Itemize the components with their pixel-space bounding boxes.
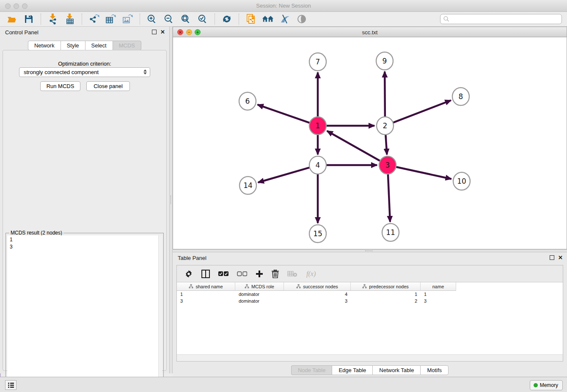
network-window-title: scc.txt — [173, 29, 567, 36]
svg-text:7: 7 — [316, 58, 320, 66]
svg-text:14: 14 — [243, 181, 253, 190]
column-header-predecessor-nodes[interactable]: predecessor nodes — [351, 282, 421, 291]
first-neighbors-icon[interactable] — [262, 13, 274, 25]
column-header-shared-name[interactable]: shared name — [177, 282, 235, 291]
control-panel: Control Panel ✕ NetworkStyleSelectMCDS O… — [0, 27, 169, 373]
graph-node-1[interactable]: 1 — [309, 117, 326, 135]
criterion-dropdown[interactable]: strongly connected component — [19, 67, 150, 77]
search-input[interactable] — [440, 14, 562, 24]
columns-icon[interactable] — [201, 270, 210, 278]
save-icon[interactable] — [23, 13, 35, 25]
control-panel-title: Control Panel — [5, 29, 39, 36]
edge-4-14[interactable] — [258, 167, 310, 182]
graph-node-6[interactable]: 6 — [239, 92, 256, 110]
edge-3-1[interactable] — [327, 131, 381, 161]
zoom-selected-icon[interactable] — [197, 13, 209, 25]
graph-node-10[interactable]: 10 — [453, 172, 470, 190]
zoom-out-icon[interactable] — [163, 13, 175, 25]
graph-node-11[interactable]: 11 — [382, 224, 399, 241]
import-network-icon[interactable] — [47, 13, 59, 25]
export-table-icon[interactable] — [105, 13, 117, 25]
tab-select[interactable]: Select — [85, 41, 113, 50]
unselect-all-icon[interactable] — [237, 271, 247, 276]
node-table[interactable]: shared nameMCDS rolesuccessor nodesprede… — [177, 282, 563, 354]
tab-node-table[interactable]: Node Table — [291, 365, 332, 375]
float-panel-icon[interactable] — [152, 30, 157, 34]
list-icon — [8, 382, 14, 388]
close-panel-icon[interactable]: ✕ — [160, 29, 165, 35]
graph-node-15[interactable]: 15 — [309, 225, 326, 243]
svg-text:3: 3 — [385, 161, 390, 169]
table-cell: 1 — [421, 292, 456, 297]
svg-text:8: 8 — [459, 92, 463, 101]
status-bar: Memory — [0, 377, 567, 392]
export-image-icon[interactable] — [122, 13, 134, 25]
graph-node-3[interactable]: 3 — [379, 156, 396, 174]
copy-network-icon[interactable] — [245, 13, 257, 25]
edge-2-3[interactable] — [385, 134, 387, 155]
float-table-panel-icon[interactable] — [550, 255, 554, 260]
network-canvas[interactable]: 7968124314101511 — [173, 37, 567, 249]
memory-status-icon — [534, 383, 538, 387]
horizontal-splitter[interactable] — [173, 249, 567, 252]
node-table-container: f(x) shared nameMCDS rolesuccessor nodes… — [176, 265, 563, 362]
tab-motifs[interactable]: Motifs — [420, 365, 449, 375]
table-cell: 2 — [351, 298, 421, 304]
svg-text:10: 10 — [457, 177, 466, 185]
search-field[interactable] — [450, 15, 561, 23]
run-mcds-button[interactable]: Run MCDS — [40, 81, 80, 91]
edge-3-11[interactable] — [388, 173, 390, 222]
refresh-layout-icon[interactable] — [221, 13, 233, 25]
svg-text:9: 9 — [383, 57, 387, 65]
graph-node-8[interactable]: 8 — [452, 88, 469, 105]
table-panel-tabs: Node TableEdge TableNetwork TableMotifs — [173, 365, 567, 375]
graph-node-7[interactable]: 7 — [309, 53, 326, 71]
table-header-row: shared nameMCDS rolesuccessor nodesprede… — [177, 282, 563, 291]
memory-button[interactable]: Memory — [530, 380, 563, 390]
graph-node-9[interactable]: 9 — [376, 52, 393, 70]
table-row[interactable]: 1dominator411 — [177, 291, 563, 298]
hide-selected-icon[interactable] — [279, 13, 291, 25]
task-history-button[interactable] — [5, 380, 17, 390]
edge-3-10[interactable] — [396, 167, 451, 179]
import-table-icon[interactable] — [64, 13, 76, 25]
mcds-result-text[interactable]: 1 3 — [7, 235, 162, 391]
zoom-fit-icon[interactable] — [180, 13, 192, 25]
column-header-MCDS-role[interactable]: MCDS role — [235, 282, 284, 291]
network-window-titlebar[interactable]: ✕ − + scc.txt — [173, 27, 567, 37]
optimization-criterion-label: Optimization criterion: — [3, 61, 166, 67]
window-title: Session: New Session — [0, 3, 567, 9]
export-network-icon[interactable] — [88, 13, 100, 25]
close-panel-button[interactable]: Close panel — [86, 81, 130, 91]
tab-style[interactable]: Style — [61, 41, 85, 50]
vertical-splitter[interactable] — [169, 27, 173, 373]
gear-icon[interactable] — [184, 270, 193, 278]
tab-network[interactable]: Network — [28, 41, 61, 50]
edge-1-6[interactable] — [258, 105, 311, 123]
tab-network-table[interactable]: Network Table — [372, 365, 420, 375]
graph-node-2[interactable]: 2 — [377, 117, 394, 135]
svg-text:4: 4 — [316, 161, 320, 169]
tab-edge-table[interactable]: Edge Table — [332, 365, 372, 375]
result-scrollbar[interactable] — [158, 235, 162, 391]
graph-node-4[interactable]: 4 — [309, 156, 326, 174]
tab-mcds[interactable]: MCDS — [113, 41, 141, 50]
network-graph[interactable]: 7968124314101511 — [173, 37, 567, 248]
open-folder-icon[interactable] — [6, 13, 18, 25]
column-header-name[interactable]: name — [421, 282, 456, 291]
table-toolbar: f(x) — [177, 265, 563, 282]
close-table-panel-icon[interactable]: ✕ — [558, 254, 563, 261]
column-header-successor-nodes[interactable]: successor nodes — [284, 282, 351, 291]
graph-node-14[interactable]: 14 — [239, 177, 256, 194]
add-icon[interactable] — [256, 270, 263, 278]
table-horizontal-scrollbar[interactable] — [177, 354, 563, 361]
svg-text:11: 11 — [386, 228, 395, 237]
table-panel: Table Panel ✕ f(x) shared nameMCDS roles… — [173, 252, 567, 377]
zoom-in-icon[interactable] — [146, 13, 158, 25]
select-all-icon[interactable] — [218, 271, 228, 276]
edge-2-8[interactable] — [393, 100, 451, 123]
edge-2-9[interactable] — [385, 72, 385, 118]
table-row[interactable]: 3dominator323 — [177, 298, 563, 304]
trash-icon[interactable] — [272, 270, 279, 278]
show-all-icon[interactable] — [296, 13, 308, 25]
